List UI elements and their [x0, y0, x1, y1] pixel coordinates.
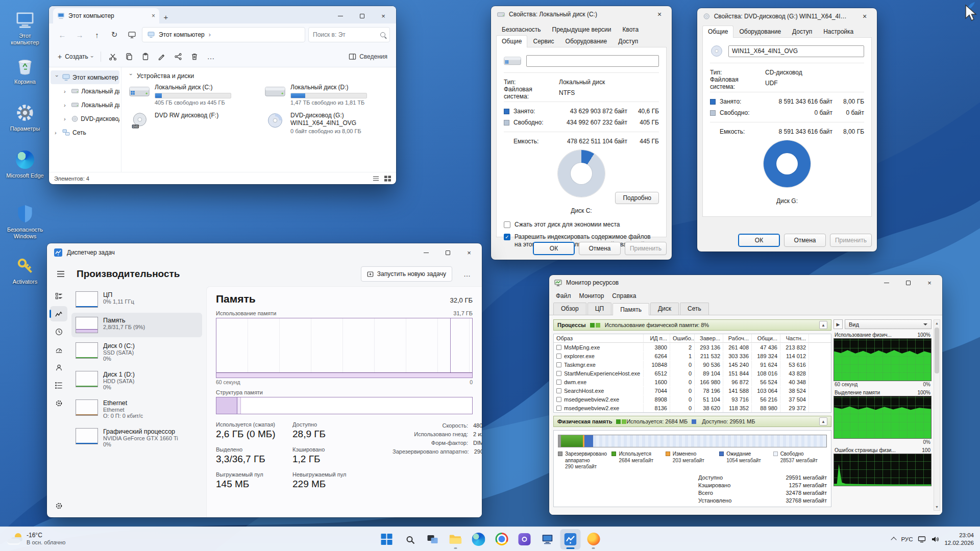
process-checkbox[interactable] [556, 345, 561, 350]
desktop-icon-this-pc[interactable]: Этот компьютер [5, 9, 45, 46]
firefox-button[interactable] [583, 529, 604, 549]
tab-cpu[interactable]: ЦП [587, 303, 612, 315]
tiles-view-icon[interactable] [384, 176, 391, 182]
details-pane-button[interactable]: Сведения [345, 48, 391, 65]
search-input[interactable]: Поиск в: Эт [308, 27, 390, 42]
tab-network[interactable]: Сеть [680, 303, 709, 315]
view-dropdown[interactable]: Вид [845, 319, 932, 329]
search-button[interactable] [400, 529, 420, 549]
weather-widget[interactable]: -16°C В осн. облачно [0, 527, 72, 551]
nav-startup-apps[interactable] [50, 342, 67, 357]
column-image[interactable]: Образ [554, 334, 644, 342]
my-computer-button[interactable] [537, 529, 558, 549]
tree-item-drive-c[interactable]: › Локальный ди [51, 84, 119, 98]
maximize-button[interactable] [897, 277, 919, 289]
desktop-icon-edge[interactable]: Microsoft Edge [5, 149, 45, 179]
collapse-chevron-icon[interactable]: ▲ [819, 417, 827, 425]
process-row[interactable]: msedgewebview2.exe 8136 0 38 620 118 352… [554, 404, 831, 412]
process-checkbox[interactable] [556, 380, 561, 385]
drive-tile-f[interactable]: DVD DVD RW дисковод (F:) [129, 112, 256, 134]
breadcrumb[interactable]: Этот компьютер › [142, 27, 305, 42]
tray-chevron-up-icon[interactable] [891, 537, 897, 542]
chevron-icon[interactable]: › [64, 116, 69, 122]
nav-users[interactable] [50, 360, 67, 375]
desktop-icon-recycle-bin[interactable]: Корзина [5, 55, 45, 85]
perf-card-disk1[interactable]: Диск 1 (D:)HDD (SATA)0% [71, 367, 202, 394]
task-manager-button[interactable] [560, 529, 581, 549]
drive-tile-g[interactable]: DVD-дисковод (G:) WIN11_X64_4IN1_OVG 0 б… [264, 112, 392, 134]
nav-services[interactable] [50, 395, 67, 411]
details-button[interactable]: Подробно [615, 192, 659, 204]
perf-card-ethernet[interactable]: EthernetEthernetО: 0 П: 0 кбит/с [71, 395, 202, 423]
maximize-button[interactable] [437, 245, 458, 260]
cancel-button[interactable]: Отмена [784, 234, 826, 247]
process-row[interactable]: msedgewebview2.exe 8908 0 51 104 93 716 … [554, 395, 831, 404]
tab-tools[interactable]: Сервис [527, 35, 559, 47]
vertical-scrollbar[interactable]: ▲ ▼ [934, 319, 940, 511]
tab-sharing[interactable]: Доступ [787, 26, 818, 37]
close-button[interactable]: × [458, 245, 480, 260]
list-view-icon[interactable] [373, 176, 379, 182]
start-button[interactable] [377, 529, 397, 549]
browser-button[interactable] [492, 529, 512, 549]
up-button[interactable]: ↑ [90, 28, 104, 42]
menu-help[interactable]: Справка [608, 291, 640, 300]
tab-general[interactable]: Общие [702, 26, 733, 38]
perf-card-memory[interactable]: Память2,8/31,7 ГБ (9%) [71, 313, 202, 337]
apply-button[interactable]: Применить [625, 242, 667, 255]
tab-sharing[interactable]: Доступ [612, 35, 644, 47]
menu-monitor[interactable]: Монитор [576, 291, 608, 300]
process-checkbox[interactable] [556, 388, 561, 393]
section-header[interactable]: › Устройства и диски [129, 72, 389, 80]
checkbox-unchecked[interactable] [504, 221, 510, 228]
nav-processes[interactable] [50, 288, 67, 304]
tree-item-drive-d[interactable]: › Локальный ди [51, 98, 119, 112]
tab-general[interactable]: Общие [496, 35, 527, 47]
back-button[interactable]: ← [55, 28, 69, 42]
compress-checkbox-row[interactable]: Сжать этот диск для экономии места [504, 221, 659, 229]
process-row[interactable]: StartMenuExperienceHost.exe 6512 0 89 10… [554, 369, 831, 378]
tree-item-this-pc[interactable]: › Этот компьютер [51, 70, 119, 84]
nav-app-history[interactable] [50, 324, 67, 339]
scroll-down-icon[interactable]: ▼ [935, 504, 939, 510]
app-violet-button[interactable] [514, 529, 535, 549]
process-row[interactable]: dwm.exe 1600 0 166 980 96 872 56 524 40 … [554, 378, 831, 386]
process-row[interactable]: MsMpEng.exe 3800 2 293 136 261 408 47 43… [554, 343, 831, 352]
desktop-icon-activators[interactable]: Activators [5, 255, 45, 285]
process-checkbox[interactable] [556, 406, 561, 411]
network-icon[interactable] [918, 536, 926, 543]
drive-tile-c[interactable]: Локальный диск (C:) 405 ГБ свободно из 4… [129, 84, 256, 106]
tab-hardware[interactable]: Оборудование [733, 26, 787, 37]
close-icon[interactable]: × [649, 8, 670, 21]
tab-memory[interactable]: Память [612, 303, 649, 315]
new-tab-button[interactable]: + [159, 10, 173, 23]
minimize-button[interactable] [330, 8, 351, 23]
chevron-icon[interactable]: › [55, 130, 60, 136]
tree-item-network[interactable]: › Сеть [51, 126, 119, 139]
scrollbar-thumb[interactable] [935, 328, 939, 373]
tab-customize[interactable]: Настройка [818, 26, 859, 37]
maximize-button[interactable] [351, 8, 373, 23]
tab-disk[interactable]: Диск [650, 303, 679, 315]
language-indicator[interactable]: РУС [901, 536, 913, 542]
edge-button[interactable] [469, 529, 489, 549]
settings-gear-icon[interactable] [50, 498, 67, 513]
desktop-icon-settings[interactable]: Параметры [5, 102, 45, 132]
explorer-tab[interactable]: Этот компьютер × [53, 8, 159, 23]
chevron-icon[interactable]: › [64, 88, 69, 94]
volume-label-input[interactable] [728, 45, 864, 57]
tab-hardware[interactable]: Оборудование [560, 35, 613, 47]
process-row[interactable]: SearchHost.exe 7044 0 78 196 141 588 103… [554, 386, 831, 395]
ok-button[interactable]: ОК [533, 242, 575, 255]
paste-button[interactable] [138, 48, 153, 65]
clock[interactable]: 23:04 12.02.2026 [944, 532, 974, 547]
column-commit[interactable]: Завер... [695, 334, 723, 342]
process-checkbox[interactable] [556, 371, 561, 376]
perf-card-cpu[interactable]: ЦП0% 1,11 ГГц [71, 287, 202, 312]
perf-card-disk0[interactable]: Диск 0 (C:)SSD (SATA)0% [71, 338, 202, 366]
scroll-up-icon[interactable]: ▲ [935, 320, 939, 327]
tab-security[interactable]: Безопасность [496, 23, 547, 35]
volume-icon[interactable] [931, 536, 939, 543]
minimize-button[interactable] [876, 277, 897, 289]
collapse-panel-icon[interactable]: ▶ [834, 319, 843, 329]
